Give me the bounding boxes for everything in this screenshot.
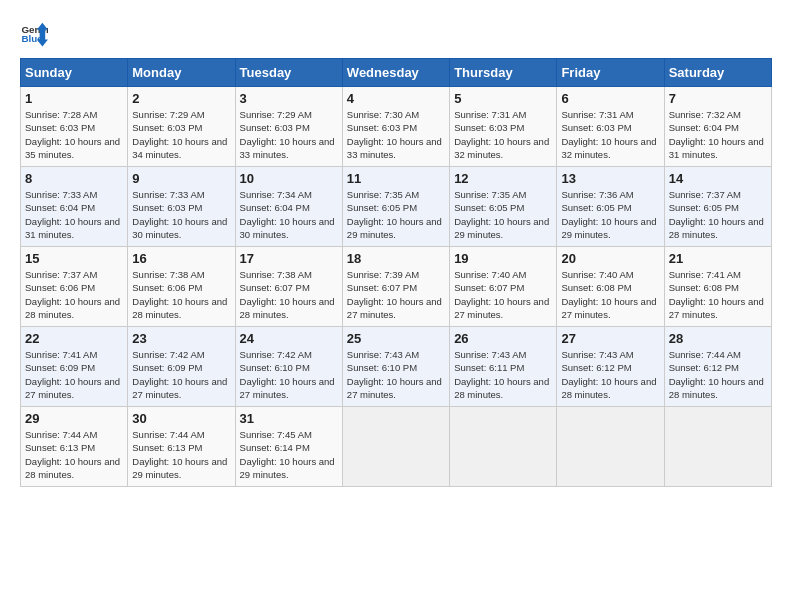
day-detail: Sunrise: 7:33 AM Sunset: 6:04 PM Dayligh… [25,188,123,241]
day-cell-24: 24Sunrise: 7:42 AM Sunset: 6:10 PM Dayli… [235,327,342,407]
day-number: 28 [669,331,767,346]
day-cell-13: 13Sunrise: 7:36 AM Sunset: 6:05 PM Dayli… [557,167,664,247]
day-cell-9: 9Sunrise: 7:33 AM Sunset: 6:03 PM Daylig… [128,167,235,247]
day-cell-14: 14Sunrise: 7:37 AM Sunset: 6:05 PM Dayli… [664,167,771,247]
day-cell-4: 4Sunrise: 7:30 AM Sunset: 6:03 PM Daylig… [342,87,449,167]
day-cell-23: 23Sunrise: 7:42 AM Sunset: 6:09 PM Dayli… [128,327,235,407]
day-cell-10: 10Sunrise: 7:34 AM Sunset: 6:04 PM Dayli… [235,167,342,247]
day-detail: Sunrise: 7:33 AM Sunset: 6:03 PM Dayligh… [132,188,230,241]
day-number: 16 [132,251,230,266]
day-number: 22 [25,331,123,346]
day-number: 24 [240,331,338,346]
day-cell-8: 8Sunrise: 7:33 AM Sunset: 6:04 PM Daylig… [21,167,128,247]
day-cell-5: 5Sunrise: 7:31 AM Sunset: 6:03 PM Daylig… [450,87,557,167]
day-detail: Sunrise: 7:37 AM Sunset: 6:05 PM Dayligh… [669,188,767,241]
weekday-header-friday: Friday [557,59,664,87]
day-detail: Sunrise: 7:41 AM Sunset: 6:09 PM Dayligh… [25,348,123,401]
day-cell-15: 15Sunrise: 7:37 AM Sunset: 6:06 PM Dayli… [21,247,128,327]
day-number: 31 [240,411,338,426]
header: General Blue [20,20,772,48]
day-detail: Sunrise: 7:32 AM Sunset: 6:04 PM Dayligh… [669,108,767,161]
day-detail: Sunrise: 7:44 AM Sunset: 6:13 PM Dayligh… [25,428,123,481]
day-detail: Sunrise: 7:44 AM Sunset: 6:12 PM Dayligh… [669,348,767,401]
weekday-header-wednesday: Wednesday [342,59,449,87]
day-cell-29: 29Sunrise: 7:44 AM Sunset: 6:13 PM Dayli… [21,407,128,487]
day-number: 21 [669,251,767,266]
day-cell-30: 30Sunrise: 7:44 AM Sunset: 6:13 PM Dayli… [128,407,235,487]
day-number: 3 [240,91,338,106]
weekday-header-thursday: Thursday [450,59,557,87]
day-cell-1: 1Sunrise: 7:28 AM Sunset: 6:03 PM Daylig… [21,87,128,167]
calendar-week-row: 8Sunrise: 7:33 AM Sunset: 6:04 PM Daylig… [21,167,772,247]
day-number: 2 [132,91,230,106]
day-detail: Sunrise: 7:31 AM Sunset: 6:03 PM Dayligh… [561,108,659,161]
day-cell-28: 28Sunrise: 7:44 AM Sunset: 6:12 PM Dayli… [664,327,771,407]
calendar-table: SundayMondayTuesdayWednesdayThursdayFrid… [20,58,772,487]
day-number: 10 [240,171,338,186]
day-cell-16: 16Sunrise: 7:38 AM Sunset: 6:06 PM Dayli… [128,247,235,327]
day-detail: Sunrise: 7:28 AM Sunset: 6:03 PM Dayligh… [25,108,123,161]
day-cell-7: 7Sunrise: 7:32 AM Sunset: 6:04 PM Daylig… [664,87,771,167]
day-number: 9 [132,171,230,186]
empty-day-cell [342,407,449,487]
day-cell-3: 3Sunrise: 7:29 AM Sunset: 6:03 PM Daylig… [235,87,342,167]
day-number: 20 [561,251,659,266]
day-detail: Sunrise: 7:44 AM Sunset: 6:13 PM Dayligh… [132,428,230,481]
day-number: 11 [347,171,445,186]
calendar-week-row: 29Sunrise: 7:44 AM Sunset: 6:13 PM Dayli… [21,407,772,487]
day-detail: Sunrise: 7:37 AM Sunset: 6:06 PM Dayligh… [25,268,123,321]
day-detail: Sunrise: 7:45 AM Sunset: 6:14 PM Dayligh… [240,428,338,481]
day-cell-25: 25Sunrise: 7:43 AM Sunset: 6:10 PM Dayli… [342,327,449,407]
day-number: 18 [347,251,445,266]
day-number: 30 [132,411,230,426]
calendar-week-row: 15Sunrise: 7:37 AM Sunset: 6:06 PM Dayli… [21,247,772,327]
day-cell-17: 17Sunrise: 7:38 AM Sunset: 6:07 PM Dayli… [235,247,342,327]
empty-day-cell [664,407,771,487]
day-detail: Sunrise: 7:29 AM Sunset: 6:03 PM Dayligh… [132,108,230,161]
day-number: 26 [454,331,552,346]
logo: General Blue [20,20,48,48]
day-detail: Sunrise: 7:40 AM Sunset: 6:08 PM Dayligh… [561,268,659,321]
day-number: 7 [669,91,767,106]
day-number: 27 [561,331,659,346]
day-number: 15 [25,251,123,266]
weekday-header-monday: Monday [128,59,235,87]
day-cell-20: 20Sunrise: 7:40 AM Sunset: 6:08 PM Dayli… [557,247,664,327]
day-detail: Sunrise: 7:38 AM Sunset: 6:06 PM Dayligh… [132,268,230,321]
day-detail: Sunrise: 7:39 AM Sunset: 6:07 PM Dayligh… [347,268,445,321]
day-number: 13 [561,171,659,186]
day-detail: Sunrise: 7:36 AM Sunset: 6:05 PM Dayligh… [561,188,659,241]
empty-day-cell [450,407,557,487]
day-cell-6: 6Sunrise: 7:31 AM Sunset: 6:03 PM Daylig… [557,87,664,167]
weekday-header-saturday: Saturday [664,59,771,87]
day-cell-2: 2Sunrise: 7:29 AM Sunset: 6:03 PM Daylig… [128,87,235,167]
logo-icon: General Blue [20,20,48,48]
day-number: 23 [132,331,230,346]
empty-day-cell [557,407,664,487]
day-number: 17 [240,251,338,266]
day-detail: Sunrise: 7:34 AM Sunset: 6:04 PM Dayligh… [240,188,338,241]
day-cell-18: 18Sunrise: 7:39 AM Sunset: 6:07 PM Dayli… [342,247,449,327]
day-number: 29 [25,411,123,426]
day-detail: Sunrise: 7:42 AM Sunset: 6:09 PM Dayligh… [132,348,230,401]
day-cell-11: 11Sunrise: 7:35 AM Sunset: 6:05 PM Dayli… [342,167,449,247]
day-detail: Sunrise: 7:43 AM Sunset: 6:11 PM Dayligh… [454,348,552,401]
day-cell-26: 26Sunrise: 7:43 AM Sunset: 6:11 PM Dayli… [450,327,557,407]
day-cell-31: 31Sunrise: 7:45 AM Sunset: 6:14 PM Dayli… [235,407,342,487]
day-detail: Sunrise: 7:43 AM Sunset: 6:10 PM Dayligh… [347,348,445,401]
day-detail: Sunrise: 7:35 AM Sunset: 6:05 PM Dayligh… [454,188,552,241]
day-number: 8 [25,171,123,186]
day-number: 4 [347,91,445,106]
day-number: 1 [25,91,123,106]
weekday-header-tuesday: Tuesday [235,59,342,87]
day-detail: Sunrise: 7:42 AM Sunset: 6:10 PM Dayligh… [240,348,338,401]
weekday-header-sunday: Sunday [21,59,128,87]
day-cell-19: 19Sunrise: 7:40 AM Sunset: 6:07 PM Dayli… [450,247,557,327]
day-number: 14 [669,171,767,186]
day-detail: Sunrise: 7:30 AM Sunset: 6:03 PM Dayligh… [347,108,445,161]
calendar-week-row: 1Sunrise: 7:28 AM Sunset: 6:03 PM Daylig… [21,87,772,167]
day-number: 25 [347,331,445,346]
weekday-header-row: SundayMondayTuesdayWednesdayThursdayFrid… [21,59,772,87]
day-detail: Sunrise: 7:41 AM Sunset: 6:08 PM Dayligh… [669,268,767,321]
day-detail: Sunrise: 7:38 AM Sunset: 6:07 PM Dayligh… [240,268,338,321]
